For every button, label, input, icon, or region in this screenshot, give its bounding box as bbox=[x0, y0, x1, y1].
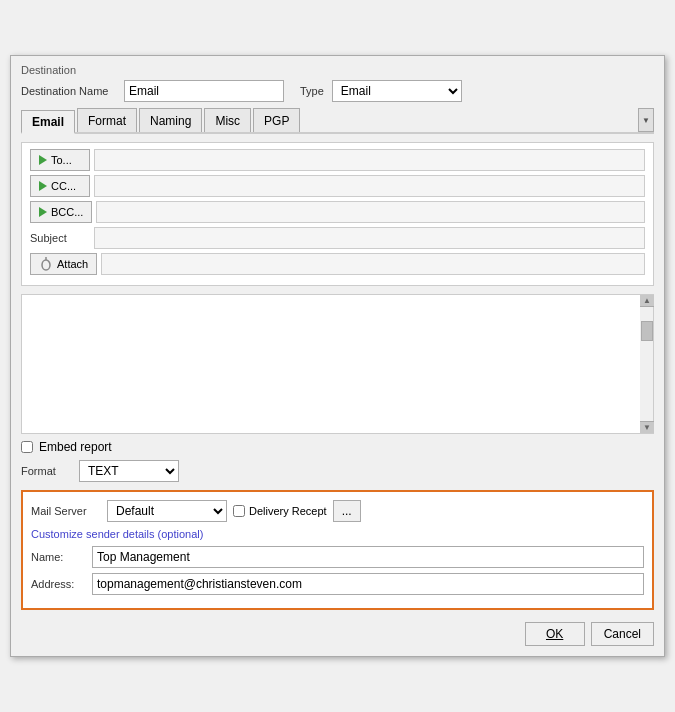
ok-button[interactable]: OK bbox=[525, 622, 585, 646]
attach-icon bbox=[39, 257, 53, 271]
format-label: Format bbox=[21, 465, 71, 477]
destination-name-label: Destination Name bbox=[21, 85, 116, 97]
format-select[interactable]: TEXTPDFHTMLCSVXLSX bbox=[79, 460, 179, 482]
mail-server-label: Mail Server bbox=[31, 505, 101, 517]
cancel-button[interactable]: Cancel bbox=[591, 622, 654, 646]
attach-button[interactable]: Attach bbox=[30, 253, 97, 275]
embed-checkbox[interactable] bbox=[21, 441, 33, 453]
bottom-row: OK Cancel bbox=[21, 618, 654, 646]
sender-address-input[interactable] bbox=[92, 573, 644, 595]
destination-dialog: Destination Destination Name Type EmailF… bbox=[10, 55, 665, 657]
svg-point-0 bbox=[42, 260, 50, 270]
attach-input[interactable] bbox=[101, 253, 645, 275]
subject-row: Subject bbox=[30, 227, 645, 249]
tab-scroll-arrow[interactable]: ▼ bbox=[638, 108, 654, 132]
customize-label: Customize sender details (optional) bbox=[31, 528, 644, 540]
cc-arrow-icon bbox=[39, 181, 47, 191]
tab-pgp[interactable]: PGP bbox=[253, 108, 300, 132]
embed-row: Embed report bbox=[21, 440, 654, 454]
cc-input[interactable] bbox=[94, 175, 645, 197]
to-input[interactable] bbox=[94, 149, 645, 171]
attach-row: Attach bbox=[30, 253, 645, 275]
section-label: Destination bbox=[21, 64, 654, 76]
embed-label: Embed report bbox=[39, 440, 112, 454]
message-body[interactable] bbox=[21, 294, 640, 434]
dots-button[interactable]: ... bbox=[333, 500, 361, 522]
sender-address-row: Address: bbox=[31, 573, 644, 595]
cc-button[interactable]: CC... bbox=[30, 175, 90, 197]
delivery-recept-container: Delivery Recept bbox=[233, 505, 327, 517]
mail-server-row: Mail Server Default Delivery Recept ... bbox=[31, 500, 644, 522]
to-row: To... bbox=[30, 149, 645, 171]
to-button[interactable]: To... bbox=[30, 149, 90, 171]
subject-input[interactable] bbox=[94, 227, 645, 249]
message-wrapper: ▲ ▼ bbox=[21, 294, 654, 434]
bcc-arrow-icon bbox=[39, 207, 47, 217]
email-tab-content: To... CC... BCC... Subject bbox=[21, 142, 654, 286]
sender-name-label: Name: bbox=[31, 551, 86, 563]
scrollbar-thumb bbox=[641, 321, 653, 341]
format-row: Format TEXTPDFHTMLCSVXLSX bbox=[21, 460, 654, 482]
destination-name-input[interactable] bbox=[124, 80, 284, 102]
delivery-recept-label: Delivery Recept bbox=[249, 505, 327, 517]
message-scrollbar[interactable]: ▲ ▼ bbox=[640, 294, 654, 434]
sender-address-label: Address: bbox=[31, 578, 86, 590]
subject-label: Subject bbox=[30, 232, 94, 244]
tab-naming[interactable]: Naming bbox=[139, 108, 202, 132]
destination-row: Destination Name Type EmailFilePrinterFT… bbox=[21, 80, 654, 102]
type-label: Type bbox=[300, 85, 324, 97]
tab-email[interactable]: Email bbox=[21, 110, 75, 134]
bcc-input[interactable] bbox=[96, 201, 645, 223]
tab-misc[interactable]: Misc bbox=[204, 108, 251, 132]
tab-bar: Email Format Naming Misc PGP ▼ bbox=[21, 108, 654, 134]
to-arrow-icon bbox=[39, 155, 47, 165]
bcc-button[interactable]: BCC... bbox=[30, 201, 92, 223]
delivery-recept-checkbox[interactable] bbox=[233, 505, 245, 517]
sender-name-input[interactable] bbox=[92, 546, 644, 568]
bcc-row: BCC... bbox=[30, 201, 645, 223]
tab-format[interactable]: Format bbox=[77, 108, 137, 132]
sender-name-row: Name: bbox=[31, 546, 644, 568]
cc-row: CC... bbox=[30, 175, 645, 197]
type-select[interactable]: EmailFilePrinterFTP bbox=[332, 80, 462, 102]
mail-server-box: Mail Server Default Delivery Recept ... … bbox=[21, 490, 654, 610]
mail-server-select[interactable]: Default bbox=[107, 500, 227, 522]
